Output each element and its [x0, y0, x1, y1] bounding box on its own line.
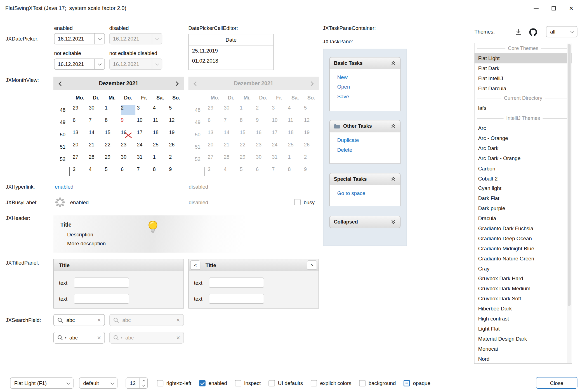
theme-item[interactable]: Hiberbee Dark	[474, 304, 572, 314]
text-input[interactable]	[74, 278, 129, 288]
calendar-day[interactable]: 26	[169, 142, 183, 152]
taskpane-header-other-tasks[interactable]: Other Tasks	[329, 120, 401, 132]
collapse-chevron-icon[interactable]	[390, 123, 396, 129]
calendar-day[interactable]: 21	[89, 142, 103, 152]
themes-list[interactable]: Core ThemesFlat LightFlat DarkFlat Intel…	[474, 43, 572, 364]
collapse-chevron-icon[interactable]	[390, 60, 396, 66]
checkbox-background[interactable]: background	[359, 380, 396, 386]
task-link[interactable]: Duplicate	[337, 137, 400, 143]
checkbox-box[interactable]	[294, 199, 301, 205]
close-window-button[interactable]: ✕	[562, 0, 580, 17]
calendar-day[interactable]: 28	[89, 154, 103, 164]
calendar-day[interactable]: 3	[137, 105, 151, 115]
checkbox-enabled[interactable]: enabled	[199, 380, 227, 386]
theme-item[interactable]: Arc Dark - Orange	[474, 153, 572, 163]
taskpane-header-basic-tasks[interactable]: Basic Tasks	[329, 57, 401, 69]
task-link[interactable]: Go to space	[337, 190, 400, 196]
calendar-day[interactable]: 29	[105, 154, 119, 164]
font-size-spinner[interactable]: 12	[126, 377, 148, 389]
scrollbar[interactable]	[567, 44, 571, 363]
cell-editor-table[interactable]: Date 25.11.2019 01.02.2018	[188, 34, 274, 70]
theme-item[interactable]: Gruvbox Dark Soft	[474, 294, 572, 304]
theme-item[interactable]: Gradianto Dark Fuchsia	[474, 224, 572, 234]
search-field-enabled[interactable]: abc ✕	[53, 314, 105, 326]
calendar-day[interactable]: 9	[169, 167, 183, 177]
theme-item[interactable]: Gradianto Nature Green	[474, 254, 572, 264]
theme-item[interactable]: Arc - Orange	[474, 133, 572, 143]
expand-chevron-icon[interactable]	[390, 219, 396, 225]
calendar-day[interactable]: 30	[89, 105, 103, 115]
search-value[interactable]: abc	[69, 335, 94, 341]
monthview-enabled[interactable]: Dezember 2021 Mo.Di.Mi.Do.Fr.Sa.So.48293…	[53, 77, 184, 180]
theme-item[interactable]: Monocai	[474, 344, 572, 354]
font-combo[interactable]: default	[79, 377, 117, 389]
theme-item[interactable]: Gruvbox Dark Hard	[474, 274, 572, 284]
calendar-day[interactable]: 5	[105, 167, 119, 177]
theme-item[interactable]: lafs	[474, 103, 572, 113]
calendar-day[interactable]: 27	[73, 154, 87, 164]
clear-icon[interactable]: ✕	[97, 317, 101, 323]
checkbox-opaque[interactable]: opaque	[404, 380, 430, 386]
spinner-value[interactable]: 12	[126, 380, 140, 386]
calendar-day[interactable]: 23	[121, 142, 135, 152]
search-value[interactable]: abc	[66, 317, 94, 323]
calendar-day[interactable]: 8	[105, 117, 119, 127]
theme-item[interactable]: Light Flat	[474, 324, 572, 334]
theme-item[interactable]: Flat IntelliJ	[474, 73, 572, 83]
task-link[interactable]: Open	[337, 84, 400, 90]
checkbox-box[interactable]	[199, 380, 206, 386]
maximize-button[interactable]	[545, 0, 563, 17]
checkbox-ui-defaults[interactable]: UI defaults	[268, 380, 303, 386]
calendar-day[interactable]: 30	[121, 154, 135, 164]
theme-item[interactable]: Flat Light	[474, 53, 572, 63]
calendar-day[interactable]: 29	[73, 105, 87, 115]
calendar-day[interactable]: 1	[105, 105, 119, 115]
download-themes-button[interactable]	[514, 28, 522, 36]
theme-item[interactable]: Arc	[474, 123, 572, 134]
checkbox-box[interactable]	[311, 380, 317, 386]
table-row[interactable]: 01.02.2018	[189, 56, 274, 66]
calendar-day[interactable]: 2	[121, 105, 135, 115]
calendar-day[interactable]: 8	[153, 167, 168, 177]
calendar-day[interactable]: 17	[137, 130, 151, 140]
taskpane-header-special-tasks[interactable]: Special Tasks	[329, 173, 401, 185]
text-input[interactable]	[209, 278, 264, 288]
calendar-day[interactable]: 16	[121, 130, 135, 140]
calendar-day[interactable]: 4	[89, 167, 103, 177]
datepicker-dropdown-button[interactable]	[94, 34, 104, 44]
calendar-day[interactable]: 13	[73, 130, 87, 140]
theme-item[interactable]: Cyan light	[474, 184, 572, 194]
theme-item[interactable]: Gruvbox Dark Medium	[474, 284, 572, 294]
calendar-day[interactable]: 6	[121, 167, 135, 177]
github-link-button[interactable]	[529, 28, 537, 37]
collapse-chevron-icon[interactable]	[390, 176, 396, 182]
text-input[interactable]	[74, 294, 129, 304]
checkbox-box[interactable]	[235, 380, 241, 386]
theme-item[interactable]: Nord	[474, 354, 572, 364]
datepicker-dropdown-button[interactable]	[94, 59, 104, 69]
datepicker-value[interactable]: 16.12.2021	[55, 36, 95, 42]
theme-item[interactable]: Dark purple	[474, 204, 572, 214]
theme-item[interactable]: Cobalt 2	[474, 174, 572, 184]
themes-filter-combo[interactable]: all	[546, 26, 577, 37]
scrollbar-thumb[interactable]	[568, 44, 571, 306]
theme-item[interactable]: Carbon	[474, 163, 572, 174]
calendar-day[interactable]: 7	[89, 117, 103, 127]
theme-item[interactable]: Dark Flat	[474, 194, 572, 204]
calendar-day[interactable]: 6	[73, 117, 87, 127]
theme-item[interactable]: Flat Dark	[474, 63, 572, 73]
calendar-day[interactable]: 4	[153, 105, 168, 115]
clear-icon[interactable]: ✕	[97, 335, 101, 340]
spinner-down-button[interactable]	[140, 383, 147, 388]
calendar-day[interactable]: 25	[153, 142, 168, 152]
checkbox-inspect[interactable]: inspect	[235, 380, 261, 386]
theme-item[interactable]: Flat Darcula	[474, 83, 572, 93]
search-field-dropdown-enabled[interactable]: ▾ abc ✕	[53, 332, 105, 344]
table-column-header[interactable]: Date	[189, 34, 274, 46]
checkbox-box[interactable]	[359, 380, 366, 386]
theme-item[interactable]: Dracula	[474, 213, 572, 224]
calendar-day[interactable]: 19	[169, 130, 183, 140]
theme-item[interactable]: Gradianto Midnight Blue	[474, 244, 572, 254]
calendar-day[interactable]: 22	[105, 142, 119, 152]
calendar-day[interactable]: 2	[169, 154, 183, 164]
